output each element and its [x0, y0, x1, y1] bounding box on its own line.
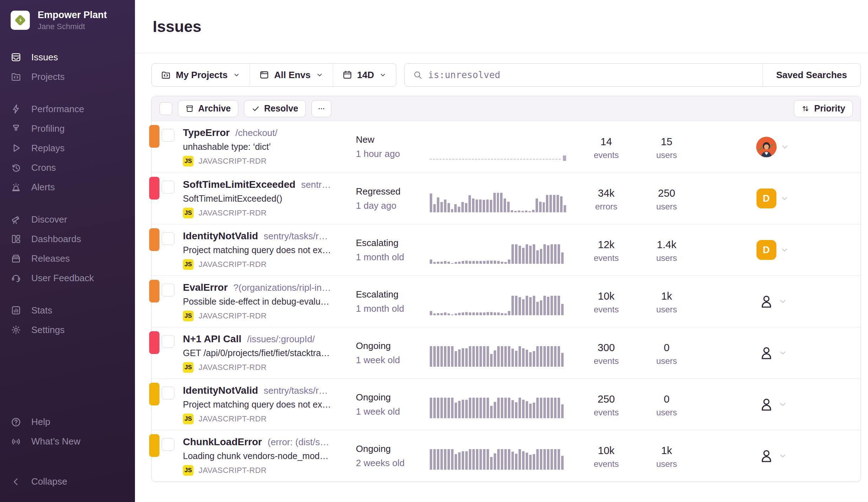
issue-subtitle: SoftTimeLimitExceeded() [183, 193, 331, 204]
page-title: Issues [153, 18, 201, 36]
sidebar-item-projects[interactable]: Projects [0, 67, 135, 87]
chevron-down-icon [233, 71, 240, 79]
users-count: 15 [640, 136, 693, 148]
sidebar-item-crons[interactable]: Crons [0, 158, 135, 178]
sidebar-nav-group: Issues Projects [0, 48, 135, 87]
issue-checkbox[interactable] [162, 335, 174, 348]
issue-title[interactable]: ChunkLoadError [183, 436, 262, 448]
sort-priority-button[interactable]: Priority [794, 100, 853, 117]
users-label: users [640, 408, 693, 418]
assignee-cell [693, 345, 852, 361]
assignee-person-icon[interactable] [758, 345, 775, 361]
stats-icon [11, 305, 21, 316]
issue-title[interactable]: IdentityNotValid [183, 230, 258, 242]
users-label: users [640, 150, 693, 160]
date-range-filter[interactable]: 14D [333, 64, 396, 86]
assignee-dropdown-chevron-icon[interactable] [780, 245, 789, 255]
resolve-button[interactable]: Resolve [244, 100, 306, 117]
issue-title[interactable]: N+1 API Call [183, 333, 242, 345]
issue-title[interactable]: IdentityNotValid [183, 385, 258, 396]
sidebar-item-dashboards[interactable]: Dashboards [0, 229, 135, 249]
chevron-left-icon [11, 476, 21, 487]
sidebar-item-releases[interactable]: Releases [0, 249, 135, 268]
sidebar-item-issues[interactable]: Issues [0, 48, 135, 67]
user-name: Jane Schmidt [38, 22, 107, 31]
org-switcher[interactable]: Empower Plant Jane Schmidt [0, 9, 135, 31]
page-header: Issues [135, 0, 868, 53]
assignee-avatar-photo[interactable] [756, 137, 777, 157]
priority-indicator [149, 228, 159, 251]
assignee-dropdown-chevron-icon[interactable] [780, 142, 790, 152]
sidebar-item-discover[interactable]: Discover [0, 210, 135, 229]
issue-checkbox[interactable] [162, 232, 174, 245]
project-filter[interactable]: My Projects [152, 64, 250, 86]
issue-title[interactable]: TypeError [183, 127, 230, 138]
assignee-person-icon[interactable] [758, 293, 775, 310]
sidebar-item-settings[interactable]: Settings [0, 320, 135, 340]
assignee-dropdown-chevron-icon[interactable] [780, 194, 789, 203]
sidebar-collapse-group: Collapse [0, 472, 135, 491]
javascript-platform-icon: JS [183, 208, 194, 218]
issue-subtitle: Loading chunk vendors-node_modules_react… [183, 451, 331, 461]
sidebar-item-alerts[interactable]: Alerts [0, 178, 135, 197]
events-count: 12k [573, 239, 640, 251]
issues-toolbar: Archive Resolve Priority [152, 96, 861, 121]
events-label: errors [573, 202, 640, 212]
archive-label: Archive [198, 103, 231, 114]
archive-box-icon [185, 104, 194, 113]
project-slug: JAVASCRIPT-RDR [199, 466, 267, 475]
assignee-person-icon[interactable] [758, 396, 775, 413]
issue-culprit: /checkout/ [235, 127, 278, 138]
assignee-dropdown-chevron-icon[interactable] [778, 451, 787, 460]
sidebar-item-user-feedback[interactable]: User Feedback [0, 268, 135, 288]
issue-checkbox[interactable] [162, 387, 174, 399]
assignee-dropdown-chevron-icon[interactable] [778, 400, 787, 409]
issue-checkbox[interactable] [162, 438, 174, 451]
assignee-dropdown-chevron-icon[interactable] [778, 348, 787, 358]
assignee-cell: D [693, 240, 852, 260]
replays-icon [11, 143, 21, 153]
sidebar-item-what-s-new[interactable]: What’s New [0, 432, 135, 451]
alerts-icon [11, 182, 21, 192]
chevron-down-icon [379, 71, 387, 79]
events-count: 10k [573, 290, 640, 302]
issue-row: IdentityNotValid sentry/tasks/relay.py P… [152, 224, 861, 275]
users-label: users [640, 459, 693, 469]
events-sparkline [423, 294, 573, 315]
select-all-checkbox[interactable] [159, 102, 172, 115]
date-range-label: 14D [357, 70, 374, 81]
assignee-avatar-initial[interactable]: D [756, 240, 776, 260]
issue-culprit: sentry/tasks/relay.py [301, 179, 331, 190]
more-actions-button[interactable] [311, 100, 331, 117]
lightning-diamond-icon [12, 12, 28, 28]
sidebar-item-profiling[interactable]: Profiling [0, 119, 135, 138]
sidebar-item-help[interactable]: Help [0, 412, 135, 432]
assignee-person-icon[interactable] [758, 448, 775, 464]
sidebar-item-stats[interactable]: Stats [0, 301, 135, 320]
issue-checkbox[interactable] [162, 181, 174, 193]
archive-button[interactable]: Archive [178, 100, 238, 117]
users-count: 250 [640, 187, 693, 199]
issue-checkbox[interactable] [162, 284, 174, 296]
events-sparkline [423, 140, 573, 161]
users-count: 1k [640, 290, 693, 302]
issue-checkbox[interactable] [162, 129, 174, 142]
sidebar-item-replays[interactable]: Replays [0, 138, 135, 158]
help-icon [11, 417, 21, 427]
sidebar-collapse-button[interactable]: Collapse [0, 472, 135, 491]
events-label: events [573, 459, 640, 469]
sidebar-item-performance[interactable]: Performance [0, 99, 135, 119]
issue-title[interactable]: EvalError [183, 282, 228, 293]
resolve-label: Resolve [264, 103, 298, 114]
search-input[interactable]: is:unresolved [405, 64, 762, 86]
assignee-dropdown-chevron-icon[interactable] [778, 297, 787, 306]
assignee-avatar-initial[interactable]: D [756, 189, 776, 208]
project-slug: JAVASCRIPT-RDR [199, 208, 267, 218]
environment-filter[interactable]: All Envs [250, 64, 333, 86]
issue-title[interactable]: SoftTimeLimitExceeded [183, 179, 295, 190]
events-label: events [573, 150, 640, 160]
sidebar-spacer [0, 353, 135, 412]
ellipsis-icon [317, 104, 326, 113]
saved-searches-button[interactable]: Saved Searches [763, 64, 861, 86]
assignee-cell [693, 137, 852, 157]
